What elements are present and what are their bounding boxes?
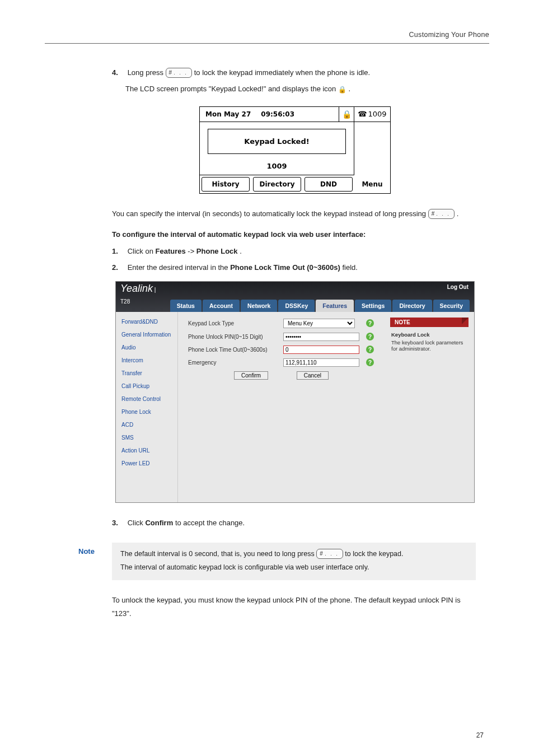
- lcd-message: Keypad Locked!: [208, 129, 346, 154]
- help-icon[interactable]: ?: [366, 358, 374, 366]
- webui-nav-item[interactable]: Intercom: [116, 354, 177, 367]
- webui-tab-directory[interactable]: Directory: [392, 300, 432, 312]
- lcd-softkey-dnd: DND: [305, 177, 353, 192]
- step-4-line2-pre: The LCD screen prompts "Keypad Locked!" …: [125, 85, 338, 93]
- lcd-lock-icon: 🔒: [339, 107, 354, 122]
- webui-tab-status[interactable]: Status: [170, 300, 202, 312]
- note-line-1: The default interval is 0 second, that i…: [120, 548, 467, 561]
- lcd-softkey-directory: Directory: [253, 177, 301, 192]
- lock-icon: 🔒: [338, 84, 346, 96]
- webui-tab-network[interactable]: Network: [241, 300, 277, 312]
- webui-logout[interactable]: Log Out: [447, 284, 469, 290]
- cancel-button[interactable]: Cancel: [297, 371, 329, 380]
- web-step-2-c: field.: [342, 263, 357, 272]
- step-3-b: Confirm: [145, 519, 173, 527]
- field-label-emergency: Emergency: [188, 360, 283, 366]
- after-lcd-post: .: [457, 209, 459, 218]
- web-step-1-a: Click on: [128, 247, 156, 255]
- lcd-phone-icon: ☎: [358, 110, 367, 118]
- step-3-a: Click: [128, 519, 146, 527]
- step-4-text-pre: Long press: [128, 68, 166, 77]
- lcd-softkey-history: History: [202, 177, 250, 192]
- step-3-c: to accept the change.: [175, 519, 245, 527]
- webui-nav-item[interactable]: Phone Lock: [116, 405, 177, 418]
- hash-key-icon: #﹒﹒﹒: [316, 549, 343, 559]
- webui-tab-dsskey[interactable]: DSSKey: [278, 300, 315, 312]
- lcd-time: 09:56:03: [261, 110, 294, 118]
- note-block: Note The default interval is 0 second, t…: [78, 543, 476, 581]
- emergency-input[interactable]: [283, 358, 359, 367]
- step-3: 3. Click Confirm to accept the change.: [112, 516, 478, 529]
- help-icon[interactable]: ?: [366, 333, 374, 340]
- step-4-number: 4.: [112, 66, 125, 79]
- after-lcd-pre: You can specify the interval (in seconds…: [112, 209, 428, 218]
- note-line-2: The interval of automatic keypad lock is…: [120, 561, 467, 575]
- webui-logo: Yealink | T28: [120, 283, 167, 312]
- field-label-unlock-pin: Phone Unlock PIN(0~15 Digit): [188, 334, 283, 340]
- web-step-1-number: 1.: [112, 245, 125, 258]
- webui-nav-item[interactable]: SMS: [116, 431, 177, 444]
- webui-screenshot: Yealink | T28 StatusAccountNetworkDSSKey…: [115, 281, 475, 503]
- webui-nav-item[interactable]: Remote Control: [116, 393, 177, 405]
- step-4-text-post: to lock the keypad immediately when the …: [194, 68, 370, 77]
- lock-type-select[interactable]: Menu Key: [283, 319, 355, 328]
- help-icon[interactable]: ?: [366, 346, 374, 353]
- web-step-1-d: Phone Lock: [196, 247, 238, 255]
- web-step-2-number: 2.: [112, 261, 125, 274]
- hash-key-icon: #﹒﹒﹒: [166, 68, 193, 78]
- webui-nav-item[interactable]: Audio: [116, 341, 177, 354]
- step-3-number: 3.: [112, 516, 125, 529]
- help-icon[interactable]: ?: [366, 319, 374, 327]
- lcd-number: 1009: [200, 160, 354, 175]
- timeout-input[interactable]: [283, 346, 359, 354]
- webui-note-head: NOTE: [390, 318, 469, 327]
- confirm-button[interactable]: Confirm: [234, 371, 268, 380]
- web-step-1: 1. Click on Features -> Phone Lock .: [112, 245, 478, 258]
- webui-nav-item[interactable]: General Information: [116, 328, 177, 341]
- webui-nav-item[interactable]: Transfer: [116, 367, 177, 380]
- page-number: 27: [476, 731, 484, 739]
- web-step-1-e: .: [240, 247, 242, 255]
- webui-tab-account[interactable]: Account: [203, 300, 240, 312]
- webui-tab-features[interactable]: Features: [316, 300, 354, 312]
- step-4: 4. Long press #﹒﹒﹒ to lock the keypad im…: [112, 66, 478, 79]
- unlock-pin-input[interactable]: [283, 333, 359, 341]
- lcd-extension: 1009: [368, 110, 387, 118]
- web-config-heading: To configure the interval of automatic k…: [112, 228, 478, 241]
- step-4-line2-post: .: [349, 85, 351, 93]
- lcd-screenshot: Mon May 27 09:56:03 🔒 ☎ 1009 Keypad Lock…: [199, 106, 391, 194]
- webui-note-title: Keyboard Lock: [391, 332, 467, 338]
- webui-nav-item[interactable]: Power LED: [116, 457, 177, 470]
- web-step-2-a: Enter the desired interval in the: [128, 263, 231, 272]
- webui-tab-security[interactable]: Security: [433, 300, 470, 312]
- after-lcd-paragraph: You can specify the interval (in seconds…: [112, 207, 478, 220]
- webui-nav-item[interactable]: Call Pickup: [116, 380, 177, 393]
- webui-nav-item[interactable]: Forward&DND: [116, 315, 177, 328]
- field-label-lock-type: Keypad Lock Type: [188, 320, 283, 326]
- lcd-date: Mon May 27: [205, 110, 251, 118]
- tail-paragraph: To unlock the keypad, you must know the …: [112, 594, 478, 620]
- lcd-softkey-menu: Menu: [354, 175, 390, 193]
- header-divider: [45, 43, 489, 44]
- webui-note-body: The keyboard lock parameters for adminis…: [391, 339, 467, 352]
- note-label: Note: [78, 543, 112, 581]
- step-4-line2: The LCD screen prompts "Keypad Locked!" …: [125, 82, 478, 96]
- web-step-2-b: Phone Lock Time Out (0~3600s): [230, 263, 340, 272]
- page-header: Customizing Your Phone: [45, 31, 489, 39]
- webui-nav-item[interactable]: Action URL: [116, 444, 177, 457]
- web-step-1-b: Features: [155, 247, 185, 255]
- webui-tab-settings[interactable]: Settings: [355, 300, 391, 312]
- hash-key-icon: #﹒﹒﹒: [428, 209, 455, 219]
- webui-nav: Forward&DNDGeneral InformationAudioInter…: [116, 312, 178, 502]
- web-step-1-c: ->: [188, 247, 194, 255]
- webui-nav-item[interactable]: ACD: [116, 418, 177, 431]
- web-step-2: 2. Enter the desired interval in the Pho…: [112, 261, 478, 274]
- field-label-timeout: Phone Lock Time Out(0~3600s): [188, 347, 283, 353]
